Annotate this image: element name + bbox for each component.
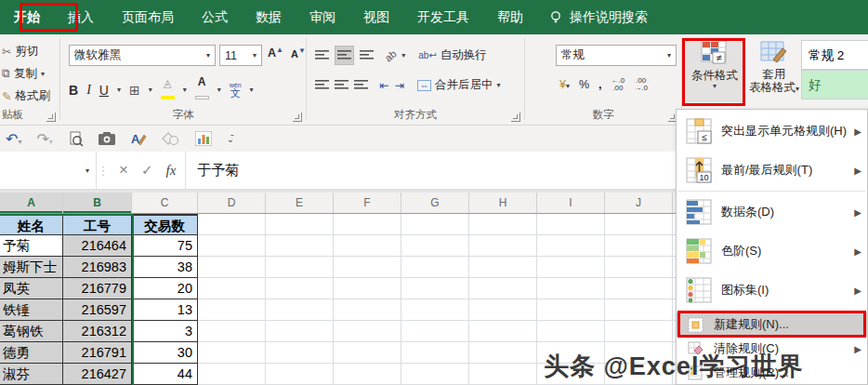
borders-button[interactable]: ⊞ xyxy=(129,83,140,98)
menu-item[interactable]: ≤突出显示单元格规则(H)▶ xyxy=(677,112,867,151)
customize-qat-icon[interactable]: ⌄̄ xyxy=(227,134,234,144)
ribbon-tab[interactable]: 公式 xyxy=(188,0,242,34)
menu-item[interactable]: 色阶(S)▶ xyxy=(677,232,867,271)
column-header-E[interactable]: E xyxy=(266,192,334,213)
grid-cell[interactable] xyxy=(266,235,334,257)
merge-center-button[interactable]: ⇔ 合并后居中 ▾ xyxy=(417,77,501,93)
grid-cell[interactable] xyxy=(266,342,334,364)
grid-cell[interactable] xyxy=(537,214,605,235)
formula-bar-input[interactable]: 于予菊 xyxy=(186,152,250,189)
grid-cell[interactable] xyxy=(334,235,401,257)
table-cell[interactable]: 216779 xyxy=(63,278,132,299)
grid-cell[interactable] xyxy=(401,321,469,342)
shapes-icon[interactable] xyxy=(162,132,180,146)
copy-button[interactable]: ⧉ 复制 ▾ xyxy=(2,66,45,82)
align-right-icon[interactable] xyxy=(354,78,368,92)
increase-indent-icon[interactable]: ⇥ xyxy=(394,78,403,92)
chevron-down-icon[interactable]: ▾ xyxy=(401,51,405,60)
table-cell[interactable]: 淑芬 xyxy=(0,364,63,385)
table-cell[interactable]: 216597 xyxy=(63,299,132,321)
underline-button[interactable]: U xyxy=(99,83,109,98)
edit-style-icon[interactable]: A xyxy=(130,131,147,146)
font-dialog-launcher[interactable] xyxy=(293,113,302,122)
grid-cell[interactable] xyxy=(334,299,401,321)
table-cell[interactable]: 216791 xyxy=(63,342,132,364)
camera-icon[interactable] xyxy=(99,132,115,145)
grid-cell[interactable] xyxy=(198,214,266,235)
insert-function-button[interactable]: fx xyxy=(166,163,177,179)
grid-cell[interactable] xyxy=(266,321,334,342)
column-header-C[interactable]: C xyxy=(132,192,198,213)
table-cell[interactable]: 216427 xyxy=(63,364,132,385)
grid-cell[interactable] xyxy=(469,278,537,299)
grid-cell[interactable] xyxy=(334,278,401,299)
menu-item[interactable]: 数据条(D)▶ xyxy=(677,192,867,232)
comma-style-button[interactable]: , xyxy=(598,78,601,91)
table-cell[interactable]: 38 xyxy=(132,257,198,278)
decrease-decimal-icon[interactable]: .00→.0 xyxy=(634,77,648,92)
align-top-icon[interactable] xyxy=(315,48,329,62)
tell-me-search[interactable]: 操作说明搜索 xyxy=(548,9,648,26)
table-cell[interactable]: 13 xyxy=(132,299,198,321)
align-middle-icon[interactable] xyxy=(335,46,354,65)
grid-cell[interactable] xyxy=(198,235,266,257)
table-cell[interactable]: 葛钢铁 xyxy=(0,321,63,342)
grid-cell[interactable] xyxy=(605,235,673,257)
font-color-button[interactable]: A xyxy=(195,77,209,102)
ribbon-tab[interactable]: 帮助 xyxy=(483,0,537,34)
chevron-down-icon[interactable]: ▾ xyxy=(149,86,152,94)
column-header-J[interactable]: J xyxy=(605,192,673,213)
format-painter-button[interactable]: ✎ 格式刷 xyxy=(2,88,50,104)
ribbon-tab[interactable]: 开发工具 xyxy=(403,0,483,34)
grid-cell[interactable] xyxy=(469,321,537,342)
increase-decimal-icon[interactable]: ←.0.00 xyxy=(612,77,625,92)
menu-item[interactable]: 图标集(I)▶ xyxy=(677,271,867,310)
font-name-select[interactable]: 微软雅黑 ▾ xyxy=(69,45,216,66)
grid-cell[interactable] xyxy=(334,321,401,342)
table-cell[interactable]: 30 xyxy=(132,342,198,364)
ribbon-tab[interactable]: 页面布局 xyxy=(108,0,188,34)
column-header-I[interactable]: I xyxy=(537,192,605,213)
table-cell[interactable]: 铁锤 xyxy=(0,299,63,321)
table-cell[interactable]: 216464 xyxy=(63,235,132,257)
grid-cell[interactable] xyxy=(401,257,469,278)
column-header-H[interactable]: H xyxy=(469,192,537,213)
bold-button[interactable]: B xyxy=(69,83,78,98)
chart-icon[interactable] xyxy=(195,131,212,146)
grid-cell[interactable] xyxy=(401,235,469,257)
italic-button[interactable]: I xyxy=(86,83,91,98)
menu-item[interactable]: 10最前/最后规则(T)▶ xyxy=(677,151,867,190)
ribbon-tab[interactable]: 视图 xyxy=(349,0,403,34)
grid-cell[interactable] xyxy=(334,257,401,278)
ribbon-tab[interactable]: 数据 xyxy=(242,0,296,34)
table-cell[interactable]: 德勇 xyxy=(0,342,63,364)
grid-cell[interactable] xyxy=(266,278,334,299)
decrease-font-icon[interactable]: A▼ xyxy=(291,46,306,60)
grid-cell[interactable] xyxy=(198,299,266,321)
grid-cell[interactable] xyxy=(198,257,266,278)
table-cell[interactable]: 20 xyxy=(132,278,198,299)
align-bottom-icon[interactable] xyxy=(360,48,374,62)
number-format-select[interactable]: 常规 ▾ xyxy=(556,45,677,66)
fill-color-button[interactable]: ◬ xyxy=(161,78,175,102)
decrease-indent-icon[interactable]: ⇤ xyxy=(379,78,388,92)
table-cell[interactable]: 交易数 xyxy=(132,214,198,235)
table-cell[interactable]: 216983 xyxy=(63,257,132,278)
increase-font-icon[interactable]: A▲ xyxy=(268,46,283,60)
table-cell[interactable]: 凤英 xyxy=(0,278,63,299)
name-box[interactable]: ▾ xyxy=(0,152,97,189)
table-cell[interactable]: 姆斯下士 xyxy=(0,257,63,278)
column-header-D[interactable]: D xyxy=(198,192,266,213)
grid-cell[interactable] xyxy=(401,364,469,385)
table-cell[interactable]: 工号 xyxy=(63,214,132,235)
grid-cell[interactable] xyxy=(266,214,334,235)
grid-cell[interactable] xyxy=(537,257,605,278)
grid-cell[interactable] xyxy=(605,299,673,321)
grid-cell[interactable] xyxy=(266,364,334,385)
grid-cell[interactable] xyxy=(198,278,266,299)
grid-cell[interactable] xyxy=(537,299,605,321)
grid-cell[interactable] xyxy=(198,321,266,342)
grid-cell[interactable] xyxy=(401,214,469,235)
percent-style-button[interactable]: % xyxy=(579,78,589,91)
grid-cell[interactable] xyxy=(401,299,469,321)
